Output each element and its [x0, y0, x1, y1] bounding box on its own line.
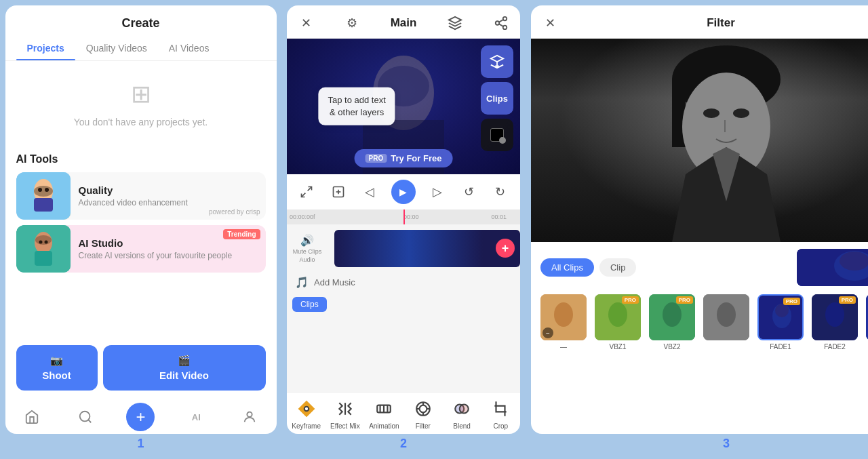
- playback-controls: ◁ ▶ ▷ ↺ ↻: [287, 174, 520, 209]
- svg-line-13: [88, 420, 91, 422]
- pro-overlay-vbz1: PRO: [622, 296, 639, 304]
- svg-point-10: [39, 241, 42, 244]
- quality-name: Quality: [79, 184, 258, 196]
- color-button[interactable]: [481, 119, 513, 151]
- share-icon: [494, 16, 509, 31]
- filter-vbz1[interactable]: PRO VBZ1: [593, 294, 642, 351]
- clips-tab-button[interactable]: Clips: [292, 297, 327, 312]
- add-clip-button[interactable]: +: [496, 239, 515, 258]
- svg-rect-8: [35, 251, 52, 266]
- filter-original[interactable]: − —: [539, 294, 588, 351]
- next-button[interactable]: ▷: [427, 182, 448, 202]
- play-button[interactable]: ▶: [391, 180, 416, 204]
- trending-badge: Trending: [223, 229, 260, 239]
- filter-name-fade2: FADE2: [824, 343, 846, 351]
- tool-filter[interactable]: Filter: [408, 398, 438, 430]
- tool-animation[interactable]: Animation: [369, 398, 399, 430]
- add-music-label: Add Music: [314, 277, 355, 287]
- ai-tool-quality-card[interactable]: Quality Advanced video enhancement power…: [16, 172, 266, 220]
- video-clip[interactable]: +: [334, 230, 520, 267]
- pro-overlay-vbz2: PRO: [676, 296, 693, 304]
- add-music-icon: 🎵: [295, 276, 309, 289]
- add-music-row[interactable]: 🎵 Add Music: [287, 272, 520, 293]
- svg-point-40: [419, 405, 427, 413]
- tab-ai-videos[interactable]: AI Videos: [158, 36, 220, 60]
- timeline-area: 00:00:00f 00:00 00:01 🔊 Mute Clips Audio…: [287, 209, 520, 392]
- edit-video-button[interactable]: 🎬 Edit Video: [103, 345, 266, 391]
- search-icon: [78, 410, 93, 424]
- empty-projects-text: You don't have any projects yet.: [74, 117, 208, 127]
- settings-button[interactable]: ⚙: [344, 15, 360, 31]
- filter-vbz2[interactable]: PRO VBZ2: [648, 294, 696, 351]
- add-text-tooltip[interactable]: Tap to add text& other layers: [319, 87, 395, 125]
- ai-tool-studio-card[interactable]: AI Studio Create AI versions of your fav…: [16, 225, 266, 273]
- expand-button[interactable]: [296, 182, 317, 202]
- svg-point-50: [703, 108, 719, 118]
- filter-grid: − — PRO VBZ1: [531, 290, 868, 357]
- nav-add[interactable]: +: [126, 403, 155, 431]
- nav-search[interactable]: [73, 405, 98, 429]
- tool-effect-mix[interactable]: Effect Mix: [330, 398, 360, 430]
- filter-svg: [414, 400, 432, 418]
- add-layer-icon: [490, 54, 505, 69]
- gray-thumb-art: [703, 294, 749, 340]
- add-frame-button[interactable]: [328, 182, 349, 202]
- timeline-playhead: [403, 209, 405, 224]
- add-layer-button[interactable]: [481, 45, 513, 78]
- svg-point-51: [733, 108, 749, 118]
- svg-point-4: [38, 188, 42, 192]
- crop-svg: [492, 400, 509, 418]
- svg-point-63: [717, 302, 736, 327]
- nav-profile[interactable]: [237, 405, 262, 429]
- shoot-icon: 📷: [50, 355, 63, 367]
- panel-filter: ✕ Filter Done: [526, 0, 868, 459]
- svg-point-61: [663, 302, 682, 327]
- tool-crop[interactable]: Crop: [486, 398, 515, 430]
- filter-label: Filter: [416, 422, 431, 430]
- tabs-row: Projects Quality Videos AI Videos: [5, 36, 277, 61]
- redo-button[interactable]: ↻: [490, 182, 511, 202]
- svg-point-14: [247, 412, 252, 417]
- tool-keyframe[interactable]: Keyframe: [292, 398, 321, 430]
- nav-home[interactable]: [20, 405, 44, 429]
- clip-tab[interactable]: Clip: [599, 258, 636, 277]
- shoot-button[interactable]: 📷 Shoot: [16, 345, 98, 391]
- gray-art: [703, 294, 749, 340]
- tool-blend[interactable]: Blend: [447, 398, 477, 430]
- clips-tab-container: Clips: [287, 293, 520, 316]
- filter-name-vbz2: VBZ2: [663, 343, 680, 351]
- undo-button[interactable]: ↺: [458, 182, 479, 202]
- tab-projects[interactable]: Projects: [16, 36, 75, 60]
- prev-button[interactable]: ◁: [359, 182, 380, 202]
- pro-try-button[interactable]: PRO Try For Free: [355, 149, 453, 167]
- all-clips-tab[interactable]: All Clips: [540, 258, 594, 277]
- bottom-actions: 📷 Shoot 🎬 Edit Video: [5, 338, 277, 397]
- filter-fade1[interactable]: PRO FADE1: [756, 294, 805, 351]
- filter-thumb-original: −: [540, 294, 587, 340]
- keyframe-svg: [298, 400, 315, 418]
- step2-number: 2: [400, 434, 407, 454]
- layers-button[interactable]: [447, 15, 463, 31]
- clips-button[interactable]: Clips: [481, 82, 513, 115]
- filter-gray[interactable]: [702, 294, 751, 351]
- edit-label: Edit Video: [159, 370, 209, 381]
- panel-create-inner: Create Projects Quality Videos AI Videos…: [5, 5, 277, 434]
- tab-quality-videos[interactable]: Quality Videos: [75, 36, 158, 60]
- profile-icon: [242, 410, 257, 424]
- nav-ai[interactable]: AI: [184, 405, 208, 429]
- svg-point-55: [840, 252, 868, 271]
- edit-icon: 🎬: [178, 355, 191, 367]
- crisp-badge: powered by crisp: [209, 208, 260, 216]
- expand-icon: [300, 185, 313, 199]
- filter-close-button[interactable]: ✕: [542, 15, 558, 31]
- effect-mix-label: Effect Mix: [330, 422, 360, 430]
- try-free-label: Try For Free: [391, 153, 441, 163]
- share-button[interactable]: [493, 15, 509, 31]
- filter-fade2[interactable]: PRO FADE2: [810, 294, 859, 351]
- blend-label: Blend: [453, 422, 471, 430]
- filter-fade3[interactable]: PRO FADE3: [865, 294, 868, 351]
- audio-label: Audio: [299, 256, 315, 263]
- svg-point-59: [608, 302, 627, 327]
- close-button[interactable]: ✕: [298, 15, 314, 31]
- create-title: Create: [5, 5, 277, 33]
